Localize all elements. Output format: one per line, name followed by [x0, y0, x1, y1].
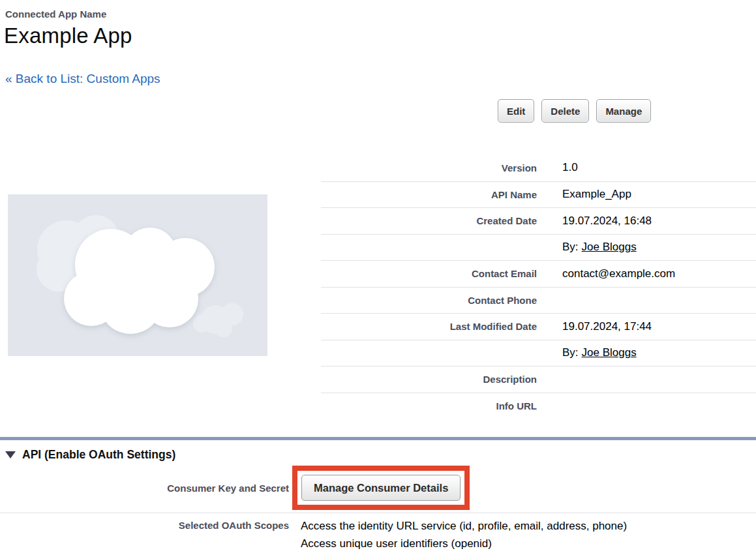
field-value: Example_App: [537, 188, 631, 201]
oauth-section-body: Consumer Key and Secret Manage Consumer …: [0, 463, 756, 552]
oauth-section-title: API (Enable OAuth Settings): [22, 448, 175, 462]
modified-by-user-link[interactable]: Joe Bloggs: [582, 346, 637, 359]
field-value: By:Joe Bloggs: [537, 241, 637, 254]
field-value: 1.0: [537, 161, 578, 174]
delete-button[interactable]: Delete: [541, 99, 589, 123]
field-label: Last Modified Date: [321, 321, 537, 332]
main-cloud: [64, 228, 215, 334]
by-prefix: By:: [562, 241, 579, 253]
detail-row-created-by: By:Joe Bloggs: [321, 234, 756, 261]
detail-row-modified-by: By:Joe Bloggs: [321, 340, 756, 366]
field-label: Version: [321, 162, 537, 173]
field-label: Contact Email: [321, 268, 537, 279]
field-label: Selected OAuth Scopes: [0, 517, 289, 531]
detail-row-info-url: Info URL: [321, 393, 756, 419]
page-title: Example App: [4, 23, 132, 48]
toolbar: Edit Delete Manage: [498, 99, 651, 123]
back-to-list-link[interactable]: « Back to List: Custom Apps: [5, 72, 160, 86]
field-label: Info URL: [321, 400, 537, 411]
oauth-section-header: API (Enable OAuth Settings): [5, 448, 175, 462]
section-collapse-icon[interactable]: [5, 451, 16, 458]
field-value: contact@example.com: [537, 267, 675, 280]
detail-row-contact-email: Contact Email contact@example.com: [321, 260, 756, 287]
field-label: API Name: [321, 189, 537, 200]
field-label: Consumer Key and Secret: [0, 483, 289, 494]
consumer-key-row: Consumer Key and Secret Manage Consumer …: [0, 463, 756, 513]
scope-item: Access unique user identifiers (openid): [301, 535, 627, 552]
connected-app-detail-page: { "page": { "field_label": "Connected Ap…: [0, 0, 756, 553]
field-label: Created Date: [321, 215, 537, 226]
detail-row-version: Version 1.0: [321, 155, 756, 181]
section-divider-bar: [0, 437, 756, 440]
field-value: 19.07.2024, 16:48: [537, 215, 652, 228]
field-label: Contact Phone: [321, 295, 537, 306]
oauth-scopes-row: Selected OAuth Scopes Access the identit…: [0, 513, 756, 552]
connected-app-name-label: Connected App Name: [5, 8, 106, 20]
oauth-scopes-values: Access the identity URL service (id, pro…: [289, 517, 627, 552]
detail-row-description: Description: [321, 366, 756, 393]
field-value: 19.07.2024, 17:44: [537, 320, 652, 333]
field-value: By:Joe Bloggs: [537, 346, 637, 359]
detail-row-created-date: Created Date 19.07.2024, 16:48: [321, 207, 756, 234]
detail-row-last-modified-date: Last Modified Date 19.07.2024, 17:44: [321, 313, 756, 340]
app-logo: [8, 194, 267, 356]
by-prefix: By:: [562, 346, 579, 359]
faint-cloud-small: [193, 303, 243, 337]
edit-button[interactable]: Edit: [498, 99, 534, 123]
detail-row-contact-phone: Contact Phone: [321, 287, 756, 314]
created-by-user-link[interactable]: Joe Bloggs: [582, 241, 637, 253]
annotation-highlight-box: Manage Consumer Details: [292, 466, 470, 510]
record-detail-table: Version 1.0 API Name Example_App Created…: [321, 155, 756, 419]
manage-button[interactable]: Manage: [596, 99, 651, 123]
cloud-icon: [8, 194, 267, 356]
scope-item: Access the identity URL service (id, pro…: [301, 517, 627, 535]
detail-row-api-name: API Name Example_App: [321, 181, 756, 208]
field-label: Description: [321, 374, 537, 385]
manage-consumer-details-button[interactable]: Manage Consumer Details: [301, 475, 461, 501]
